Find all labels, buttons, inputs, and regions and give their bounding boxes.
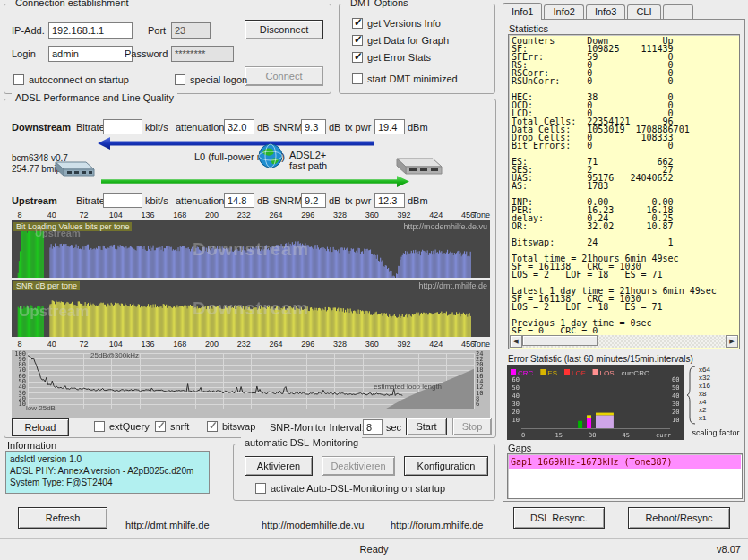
status-text: Ready xyxy=(360,544,389,555)
downstream-snrm-label: SNRM xyxy=(273,122,302,133)
link-forum-mhilfe[interactable]: http://forum.mhilfe.de xyxy=(391,520,483,530)
bitswap-checkbox[interactable]: bitswap xyxy=(207,421,255,432)
downstream-txpwr-input[interactable]: 19.4 xyxy=(374,119,405,134)
statistics-hscrollbar[interactable]: ◀ ▶ xyxy=(510,335,738,348)
get-error-stats-checkbox[interactable]: get Error Stats xyxy=(352,52,431,63)
tab-info1[interactable]: Info1 xyxy=(503,3,542,20)
stop-button[interactable]: Stop xyxy=(452,418,492,435)
tone-tick: 264 xyxy=(269,211,282,220)
tone-tick: 136 xyxy=(141,340,154,349)
start-button[interactable]: Start xyxy=(406,418,447,435)
extquery-box[interactable] xyxy=(94,421,105,432)
special-logon-checkbox-box[interactable] xyxy=(175,74,185,85)
ip-input[interactable]: 192.168.1.1 xyxy=(48,22,133,39)
upstream-txpwr-input[interactable]: 12.3 xyxy=(374,193,405,208)
tab-blank[interactable] xyxy=(663,4,693,19)
downstream-snrm-input[interactable]: 9.3 xyxy=(301,119,326,134)
tone-tick: 168 xyxy=(173,340,186,349)
tab-cli[interactable]: CLI xyxy=(627,4,660,19)
scroll-thumb[interactable] xyxy=(522,335,598,346)
get-versions-info-checkbox[interactable]: get Versions Info xyxy=(352,18,441,29)
snrft-checkbox[interactable]: snrft xyxy=(155,421,189,432)
scroll-right-button[interactable]: ▶ xyxy=(726,335,738,348)
get-data-for-graph-box[interactable] xyxy=(352,35,363,46)
auto-monitoring-startup-label: activate Auto-DSL-Monitoring on startup xyxy=(271,483,445,494)
scroll-left-button[interactable]: ◀ xyxy=(510,335,522,348)
loop-length-label: estimated loop length xyxy=(374,383,442,391)
login-input[interactable]: admin xyxy=(48,46,133,62)
tone-tick: 136 xyxy=(141,211,154,220)
tone-tick: 104 xyxy=(109,340,123,349)
tone-tick: 104 xyxy=(109,211,123,220)
reload-button[interactable]: Reload xyxy=(12,418,69,436)
snr-graph: SNR dB per tone http://dmt.mhilfe.de Dow… xyxy=(12,280,490,337)
upstream-snrm-input[interactable]: 9.2 xyxy=(301,193,326,208)
port-input[interactable]: 23 xyxy=(171,22,211,39)
tone-axis-label: Tone xyxy=(472,211,490,220)
tone-tick: 8 xyxy=(17,211,21,220)
downstream-snrm-unit: dB xyxy=(329,122,340,133)
dsl-monitoring-title: automatic DSL-Monitoring xyxy=(241,437,362,448)
dmt-tool-window: Connection establishment IP-Add. 192.168… xyxy=(0,0,748,560)
upstream-bitrate-label: Bitrate xyxy=(76,195,105,206)
autoconnect-checkbox[interactable]: autoconnect on startup xyxy=(13,74,129,85)
password-label: Password xyxy=(125,48,168,59)
downstream-attenuation-input[interactable]: 32.0 xyxy=(224,119,254,134)
upstream-bitrate-input[interactable] xyxy=(103,193,142,208)
globe-icon xyxy=(257,142,284,169)
tone-tick: 392 xyxy=(397,211,410,220)
deaktivieren-button[interactable]: Deaktivieren xyxy=(322,456,395,476)
link-dmt-mhilfe[interactable]: http://dmt.mhilfe.de xyxy=(125,520,210,530)
disconnect-button[interactable]: Disconnect xyxy=(245,20,323,39)
tone-tick: 72 xyxy=(79,211,88,220)
snr-monitor-interval-input[interactable]: 8 xyxy=(363,419,383,435)
downstream-bitrate-label: Bitrate xyxy=(76,122,105,133)
autoconnect-checkbox-box[interactable] xyxy=(13,74,24,85)
konfiguration-button[interactable]: Konfiguration xyxy=(404,456,488,476)
aktivieren-button[interactable]: Aktivieren xyxy=(245,456,313,476)
gap-entry[interactable]: Gap1 1669kHz-1673kHz (Tone387) xyxy=(509,455,741,469)
tab-info2[interactable]: Info2 xyxy=(544,4,583,19)
dsl-resync-button[interactable]: DSL Resync. xyxy=(513,507,605,529)
auto-monitoring-startup-checkbox[interactable]: activate Auto-DSL-Monitoring on startup xyxy=(255,483,445,494)
statistics-label: Statistics xyxy=(509,23,548,34)
error-statistic-canvas xyxy=(507,365,684,440)
get-error-stats-box[interactable] xyxy=(352,52,363,63)
bitswap-box[interactable] xyxy=(207,421,218,432)
scaling-factor-label: scaling factor xyxy=(686,428,745,437)
info-tabbar: Info1 Info2 Info3 CLI xyxy=(503,2,695,19)
autoconnect-checkbox-label: autoconnect on startup xyxy=(29,74,129,85)
downstream-arrow xyxy=(98,137,374,150)
upstream-attenuation-input[interactable]: 14.8 xyxy=(224,193,254,208)
special-logon-checkbox[interactable]: special logon xyxy=(175,74,247,85)
dsl-standard-label: ADSL2+ xyxy=(289,150,326,160)
dmt-options-group: DMT Options get Versions Info get Data f… xyxy=(339,4,495,94)
scaling-factor-legend: x64x32x16x8x4x2x1 scaling factor xyxy=(686,365,745,440)
start-dmt-minimized-checkbox[interactable]: start DMT minimized xyxy=(352,73,458,84)
reboot-resync-button[interactable]: Reboot/Resync xyxy=(628,507,730,529)
get-data-for-graph-checkbox[interactable]: get Data for Graph xyxy=(352,35,449,46)
tone-tick: 424 xyxy=(429,211,443,220)
password-input[interactable]: ******** xyxy=(171,46,234,62)
scaling-factor-item: x8 xyxy=(699,390,710,398)
tone-tick: 264 xyxy=(269,340,282,349)
auto-monitoring-startup-box[interactable] xyxy=(255,483,266,494)
connect-button[interactable]: Connect xyxy=(245,66,323,86)
snrft-box[interactable] xyxy=(155,421,166,432)
link-modemhilfe[interactable]: http://modemhilfe.de.vu xyxy=(262,520,364,530)
start-dmt-minimized-box[interactable] xyxy=(352,73,363,84)
tab-info3[interactable]: Info3 xyxy=(586,4,625,19)
scroll-track[interactable] xyxy=(522,335,726,348)
bitloading-title: Bit Loading Values bits per tone xyxy=(13,222,132,231)
scaling-factor-item: x1 xyxy=(699,414,710,422)
error-statistic-chart xyxy=(507,365,684,440)
downstream-bitrate-input[interactable] xyxy=(103,119,142,134)
tone-axis-label: Tone xyxy=(472,340,490,349)
refresh-button[interactable]: Refresh xyxy=(18,507,107,529)
get-versions-info-box[interactable] xyxy=(352,18,363,29)
extquery-checkbox[interactable]: extQuery xyxy=(94,421,150,432)
snr-url: http://dmt.mhilfe.de xyxy=(418,281,487,290)
snr-monitor-interval-label: SNR-Monitor Interval: xyxy=(270,422,365,433)
info1-panel: Statistics Counters Down Up SF: 109825 1… xyxy=(503,19,745,502)
port-label: Port xyxy=(148,25,166,36)
